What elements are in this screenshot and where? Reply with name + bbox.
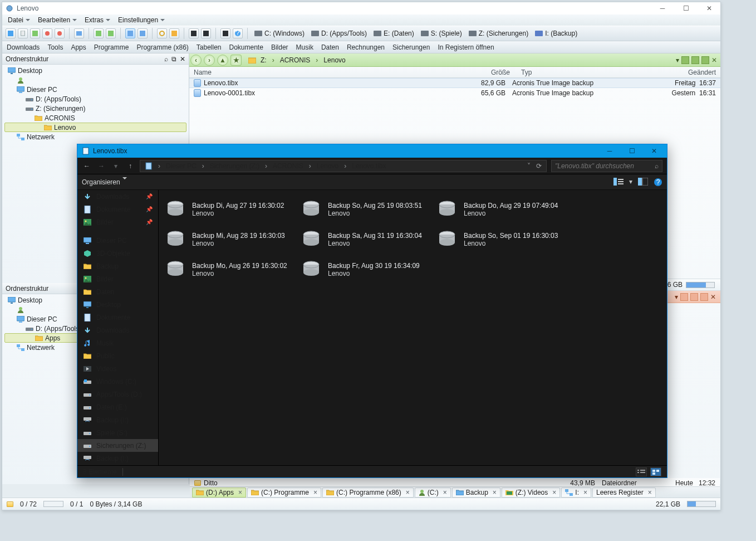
- sidebar-item[interactable]: Dokumente📌: [77, 203, 158, 216]
- tab-close-icon[interactable]: ×: [406, 489, 410, 496]
- sidebar-item[interactable]: Musik: [77, 337, 158, 349]
- tool-icon[interactable]: [138, 28, 148, 38]
- search-icon[interactable]: ⌕: [164, 55, 168, 63]
- tab[interactable]: (C:)×: [415, 488, 451, 498]
- drive-d[interactable]: D: (Apps/Tools): [309, 29, 369, 38]
- sidebar-item[interactable]: Bilder📌: [77, 216, 158, 228]
- sidebar-item[interactable]: Apps/Tools (D:): [77, 388, 158, 401]
- link-musik[interactable]: Musik: [296, 43, 313, 51]
- maximize-button[interactable]: ☐: [624, 147, 640, 155]
- preview-pane-icon[interactable]: [638, 178, 648, 186]
- drive-c[interactable]: C: (Windows): [252, 29, 307, 38]
- tool-icon[interactable]: [157, 28, 167, 38]
- tool-icon[interactable]: [125, 28, 135, 38]
- link-downloads[interactable]: Downloads: [7, 43, 40, 51]
- crumb-z[interactable]: Z:: [261, 56, 267, 64]
- tool-icon[interactable]: [30, 28, 40, 38]
- tab-close-icon[interactable]: ×: [583, 489, 587, 496]
- sidebar-item[interactable]: 3D-Objekte: [77, 247, 158, 260]
- help-icon[interactable]: ?: [233, 28, 243, 38]
- drive-s[interactable]: S: (Spiele): [419, 29, 464, 38]
- link-bilder[interactable]: Bilder: [271, 43, 288, 51]
- tool-icon[interactable]: [201, 28, 211, 38]
- crumb-acronis[interactable]: ACRONIS: [280, 56, 311, 64]
- sidebar-item[interactable]: Backup: [77, 260, 158, 272]
- link-programme-x86[interactable]: Programme (x86): [136, 43, 188, 51]
- nav-forward-icon[interactable]: →: [96, 161, 106, 171]
- search-input[interactable]: [555, 162, 651, 170]
- link-dokumente[interactable]: Dokumente: [229, 43, 263, 51]
- tab[interactable]: (C:) Programme×: [247, 488, 321, 498]
- tool-icon[interactable]: [106, 28, 116, 38]
- sidebar-item[interactable]: Spiele (S:): [77, 426, 158, 439]
- bc-btn[interactable]: [691, 56, 699, 64]
- chevron-down-icon[interactable]: ˅: [527, 162, 531, 170]
- dropdown-icon[interactable]: ▾: [675, 293, 678, 301]
- nav-up-icon[interactable]: ↑: [125, 161, 135, 171]
- tool-icon[interactable]: [6, 28, 16, 38]
- link-rechnungen[interactable]: Rechnungen: [347, 43, 385, 51]
- close-icon[interactable]: ✕: [711, 56, 717, 64]
- backup-tile[interactable]: Backup Mi, Aug 28 19 16:30:03Lenovo: [164, 226, 298, 254]
- link-programme[interactable]: Programme: [94, 43, 129, 51]
- list-row[interactable]: Lenovo-0001.tibx 65,6 GBAcronis True Ima…: [189, 88, 720, 98]
- close-button[interactable]: ✕: [646, 147, 662, 155]
- sidebar-item[interactable]: Backup (I:): [77, 413, 158, 426]
- sidebar-item[interactable]: Sicherungen (Z:): [77, 439, 158, 452]
- tab-close-icon[interactable]: ×: [443, 489, 447, 496]
- tab[interactable]: (Z:) Videos×: [502, 488, 560, 498]
- tree-node[interactable]: D: (Apps/Tools): [4, 94, 186, 104]
- explorer-content[interactable]: Backup Di, Aug 27 19 16:30:02LenovoBacku…: [159, 190, 667, 465]
- col-changed[interactable]: Geändert: [655, 69, 716, 76]
- backup-tile[interactable]: Backup So, Sep 01 19 16:30:03Lenovo: [436, 226, 570, 254]
- nav-forward-icon[interactable]: ›: [204, 55, 215, 66]
- col-type[interactable]: Typ: [514, 69, 650, 76]
- dropdown-icon[interactable]: ▾: [676, 56, 679, 64]
- backup-tile[interactable]: Backup Di, Aug 27 19 16:30:02Lenovo: [164, 196, 298, 223]
- sidebar-item[interactable]: Daten: [77, 285, 158, 298]
- strip-btn[interactable]: [680, 293, 688, 301]
- sidebar-item[interactable]: Backup (I:): [77, 452, 158, 465]
- sidebar-item[interactable]: Dokumente: [77, 311, 158, 324]
- tab[interactable]: (D:) Apps×: [192, 488, 246, 498]
- link-sicherungen[interactable]: Sicherungen: [392, 43, 430, 51]
- tool-icon[interactable]: [189, 28, 199, 38]
- nav-back-icon[interactable]: ‹: [190, 55, 202, 66]
- organize-menu[interactable]: Organisieren: [82, 178, 127, 186]
- tree-node[interactable]: Lenovo: [4, 123, 186, 132]
- explorer-breadcrumb[interactable]: › Dieser PC› Sicherungen (Z:)› ACRONIS› …: [140, 160, 547, 172]
- list-row[interactable]: Lenovo.tibx 82,9 GBAcronis True Image ba…: [189, 78, 720, 88]
- tree-node[interactable]: Z: (Sicherungen): [4, 104, 186, 113]
- link-daten[interactable]: Daten: [321, 43, 339, 51]
- search-icon[interactable]: ⌕: [655, 162, 659, 170]
- sidebar-item[interactable]: Public: [77, 349, 158, 362]
- view-details-icon[interactable]: [636, 467, 647, 476]
- sidebar-item[interactable]: Downloads: [77, 324, 158, 337]
- help-icon[interactable]: ?: [654, 178, 662, 187]
- nav-back-icon[interactable]: ←: [82, 161, 92, 171]
- link-apps[interactable]: Apps: [71, 43, 86, 51]
- tab[interactable]: Backup×: [452, 488, 500, 498]
- explorer-titlebar[interactable]: Lenovo.tibx ─ ☐ ✕: [77, 144, 667, 158]
- maximize-button[interactable]: ☐: [678, 4, 694, 12]
- menu-bearbeiten[interactable]: Bearbeiten: [38, 16, 77, 24]
- tree-node[interactable]: Netzwerk: [4, 132, 186, 142]
- close-button[interactable]: ✕: [701, 4, 717, 12]
- tab[interactable]: (C:) Programme (x86)×: [322, 488, 414, 498]
- backup-tile[interactable]: Backup Mo, Aug 26 19 16:30:02Lenovo: [164, 256, 298, 284]
- tree-node[interactable]: Dieser PC: [4, 85, 186, 94]
- drive-i[interactable]: I: (Backup): [533, 29, 580, 38]
- close-icon[interactable]: ✕: [710, 293, 716, 301]
- tool-icon[interactable]: [18, 28, 28, 38]
- tree-node[interactable]: ACRONIS: [4, 113, 186, 123]
- tool-icon[interactable]: [55, 28, 65, 38]
- sidebar-item[interactable]: Daten (E:): [77, 401, 158, 413]
- sidebar-item[interactable]: Dieser PC: [77, 234, 158, 247]
- tab[interactable]: I:×: [561, 488, 591, 498]
- tool-icon[interactable]: [94, 28, 104, 38]
- history-icon[interactable]: ▾: [111, 161, 121, 171]
- refresh-icon[interactable]: ⟳: [536, 162, 542, 170]
- backup-tile[interactable]: Backup Do, Aug 29 19 07:49:04Lenovo: [436, 196, 570, 223]
- sidebar-item[interactable]: Desktop: [77, 298, 158, 311]
- explorer-search[interactable]: ⌕: [551, 160, 662, 172]
